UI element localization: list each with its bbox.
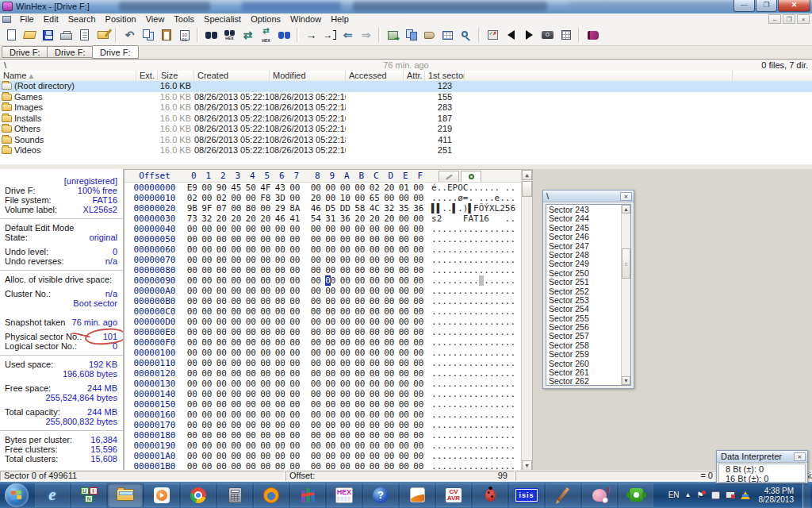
hex-byte[interactable]: 00 bbox=[396, 265, 412, 275]
taskbar-app-winrar[interactable] bbox=[290, 483, 325, 507]
forward-icon[interactable]: ⇒ bbox=[357, 27, 375, 44]
hex-byte[interactable]: 00 bbox=[259, 244, 274, 255]
hex-byte[interactable]: 00 bbox=[324, 327, 339, 337]
hex-byte[interactable]: 00 bbox=[243, 327, 259, 337]
hex-byte[interactable]: 00 bbox=[185, 451, 200, 461]
hex-byte[interactable]: 00 bbox=[243, 255, 259, 265]
zoom-search-tab[interactable] bbox=[461, 171, 481, 182]
hex-byte[interactable]: 00 bbox=[353, 379, 368, 389]
hex-ascii[interactable]: ................ bbox=[431, 265, 515, 275]
view-data-icon[interactable] bbox=[439, 27, 457, 44]
hex-byte[interactable]: 00 bbox=[214, 275, 229, 286]
take-snapshot-icon[interactable] bbox=[538, 27, 557, 44]
hex-byte[interactable]: 00 bbox=[308, 255, 324, 265]
hex-byte[interactable]: 20 bbox=[243, 214, 259, 224]
hex-byte[interactable]: 00 bbox=[353, 348, 368, 358]
menu-position[interactable]: Position bbox=[101, 14, 141, 24]
hex-byte[interactable]: 00 bbox=[396, 379, 412, 389]
hex-byte[interactable]: 00 bbox=[259, 399, 274, 410]
column-header-ext-[interactable]: Ext. bbox=[136, 71, 158, 81]
hex-byte[interactable]: 00 bbox=[229, 389, 244, 399]
hex-byte[interactable]: 20 bbox=[308, 193, 324, 203]
hex-byte[interactable]: 00 bbox=[396, 317, 412, 327]
hex-byte[interactable]: 00 bbox=[367, 286, 382, 296]
hex-byte[interactable]: 36 bbox=[412, 203, 427, 214]
menu-specialist[interactable]: Specialist bbox=[199, 14, 246, 24]
hex-byte[interactable]: 00 bbox=[185, 327, 200, 337]
taskbar-app-firefox[interactable] bbox=[254, 483, 289, 507]
hex-byte[interactable]: 00 bbox=[273, 317, 288, 327]
hex-byte[interactable]: 00 bbox=[200, 224, 215, 234]
hex-byte[interactable]: 00 bbox=[396, 224, 412, 234]
hex-byte[interactable]: 00 bbox=[308, 244, 324, 255]
replace-text-icon[interactable]: ⇄ bbox=[239, 27, 257, 44]
hex-byte[interactable]: 00 bbox=[353, 399, 368, 410]
hex-byte[interactable]: 00 bbox=[200, 420, 215, 430]
taskbar-app-calculator[interactable] bbox=[217, 483, 252, 507]
hex-byte[interactable]: 00 bbox=[259, 224, 274, 234]
hex-byte[interactable]: 02 bbox=[214, 193, 229, 203]
hex-byte[interactable]: 00 bbox=[214, 399, 229, 410]
hex-byte[interactable]: 00 bbox=[338, 327, 353, 337]
hex-byte[interactable]: 00 bbox=[308, 379, 324, 389]
hex-byte[interactable]: 00 bbox=[229, 317, 244, 327]
hex-byte[interactable]: 00 bbox=[412, 317, 427, 327]
hex-byte[interactable]: 00 bbox=[338, 451, 353, 461]
hex-byte[interactable]: 00 bbox=[200, 441, 215, 451]
hex-byte[interactable]: 00 bbox=[324, 317, 339, 327]
edit-pen-tab[interactable] bbox=[439, 171, 459, 182]
hex-byte[interactable]: 35 bbox=[396, 203, 412, 214]
clone-disk-icon[interactable] bbox=[402, 27, 420, 44]
hex-byte[interactable]: 00 bbox=[259, 389, 274, 399]
hex-byte[interactable]: 00 bbox=[288, 183, 303, 193]
hex-byte[interactable]: 00 bbox=[338, 306, 353, 317]
hex-byte[interactable]: 00 bbox=[412, 399, 427, 410]
hex-byte[interactable]: 00 bbox=[288, 317, 303, 327]
print-icon[interactable] bbox=[57, 27, 75, 44]
hex-byte[interactable]: 00 bbox=[214, 410, 229, 420]
scroll-down-arrow[interactable]: ▼ bbox=[622, 376, 630, 385]
hex-byte[interactable]: 00 bbox=[412, 348, 427, 358]
column-header-accessed[interactable]: Accessed bbox=[346, 71, 404, 81]
hex-byte[interactable]: 00 bbox=[229, 451, 244, 461]
hex-ascii[interactable]: ................ bbox=[431, 368, 515, 379]
hex-byte[interactable]: 50 bbox=[243, 183, 259, 193]
hex-byte[interactable]: 00 bbox=[396, 337, 412, 348]
hex-byte[interactable]: 00 bbox=[396, 441, 412, 451]
hex-byte[interactable]: 00 bbox=[324, 399, 339, 410]
hex-byte[interactable]: 00 bbox=[273, 337, 288, 348]
hex-byte[interactable]: 00 bbox=[273, 420, 288, 430]
hex-byte[interactable]: 00 bbox=[185, 255, 200, 265]
hex-byte[interactable]: 00 bbox=[229, 430, 244, 441]
hex-byte[interactable]: 29 bbox=[273, 203, 288, 214]
hex-byte[interactable]: 00 bbox=[396, 306, 412, 317]
hex-byte[interactable]: 00 bbox=[412, 389, 427, 399]
hex-byte[interactable]: 00 bbox=[229, 224, 244, 234]
hex-byte[interactable]: 00 bbox=[288, 368, 303, 379]
hex-byte[interactable]: 00 bbox=[338, 296, 353, 306]
help-icon[interactable] bbox=[584, 27, 602, 44]
hex-byte[interactable]: 00 bbox=[324, 348, 339, 358]
hex-byte[interactable]: 00 bbox=[367, 234, 382, 244]
hex-byte[interactable]: 00 bbox=[382, 265, 397, 275]
copy-binary-icon[interactable]: 1001 bbox=[175, 27, 193, 44]
hex-byte[interactable]: 00 bbox=[412, 255, 427, 265]
hex-byte[interactable]: 00 bbox=[396, 348, 412, 358]
hex-byte[interactable]: 4F bbox=[259, 183, 274, 193]
hex-byte[interactable]: 00 bbox=[367, 441, 382, 451]
hex-byte[interactable]: 00 bbox=[243, 306, 259, 317]
hex-byte[interactable]: 00 bbox=[259, 337, 274, 348]
hex-byte[interactable]: 00 bbox=[273, 358, 288, 368]
hex-byte[interactable]: 00 bbox=[382, 296, 397, 306]
hex-byte[interactable]: 00 bbox=[324, 441, 339, 451]
hex-byte[interactable]: 00 bbox=[324, 265, 339, 275]
taskbar-app-internet-explorer[interactable]: e bbox=[35, 483, 70, 507]
hex-byte[interactable]: 00 bbox=[273, 451, 288, 461]
hex-byte[interactable]: 20 bbox=[229, 214, 244, 224]
hex-byte[interactable]: 00 bbox=[259, 379, 274, 389]
hex-byte[interactable]: 00 bbox=[412, 265, 427, 275]
hex-byte[interactable]: 00 bbox=[200, 244, 215, 255]
hex-byte[interactable]: 00 bbox=[288, 275, 303, 286]
hex-byte[interactable]: 00 bbox=[382, 255, 397, 265]
hex-byte[interactable]: 00 bbox=[200, 358, 215, 368]
